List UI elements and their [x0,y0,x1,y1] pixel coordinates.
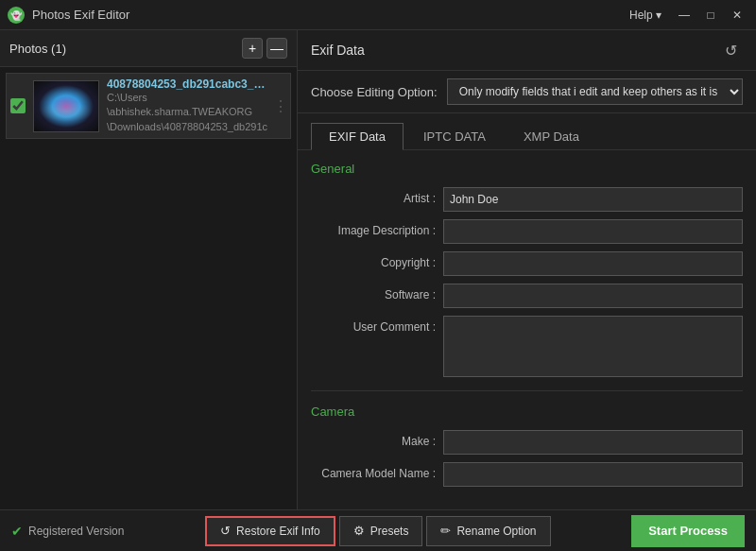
form-area: General Artist : Image Description : Cop… [298,150,756,509]
image-description-label: Image Description : [311,219,443,237]
presets-button[interactable]: ⚙ Presets [339,516,423,546]
drag-handle: ⋮ [275,77,286,134]
registered-text: Registered Version [28,525,124,538]
rename-btn-label: Rename Option [456,525,536,538]
image-description-row: Image Description : [311,219,743,244]
user-comment-label: User Comment : [311,316,443,334]
close-button[interactable]: ✕ [726,6,748,25]
tab-iptc-data[interactable]: IPTC DATA [405,123,504,149]
photo-list: 40878804253_db291cabc3_o.png C:\Users \a… [0,67,297,509]
tab-xmp-data[interactable]: XMP Data [506,123,597,149]
restore-exif-info-button[interactable]: ↺ Restore Exif Info [205,516,335,546]
photo-checkbox[interactable] [10,98,26,113]
app-icon: 👻 [8,7,25,24]
copyright-input[interactable] [443,251,743,276]
rename-option-button[interactable]: ✏ Rename Option [426,516,550,546]
svg-text:👻: 👻 [10,9,23,22]
photo-name: 40878804253_db291cabc3_o.png [107,77,267,91]
artist-input[interactable] [443,187,743,212]
photo-path: C:\Users \abhishek.sharma.TWEAKORG \Down… [107,91,267,134]
minimize-button[interactable]: — [673,6,696,25]
window-controls: — □ ✕ [673,6,748,25]
photo-info: 40878804253_db291cabc3_o.png C:\Users \a… [107,77,267,134]
copyright-row: Copyright : [311,251,743,276]
artist-label: Artist : [311,187,443,205]
tab-exif-data[interactable]: EXIF Data [311,123,404,150]
camera-model-input[interactable] [443,462,743,487]
bottom-bar: ✔ Registered Version ↺ Restore Exif Info… [0,509,756,551]
presets-btn-label: Presets [370,525,409,538]
start-process-button[interactable]: Start Process [631,515,745,547]
make-row: Make : [311,430,743,455]
remove-photo-button[interactable]: — [266,38,287,59]
left-panel-header: Photos (1) + — [0,30,297,67]
general-section-title: General [311,162,743,176]
software-label: Software : [311,284,443,301]
right-panel-title: Exif Data [311,43,365,58]
restore-icon: ↺ [220,524,231,538]
make-input[interactable] [443,430,743,455]
user-comment-row: User Comment : [311,316,743,377]
title-bar: 👻 Photos Exif Editor Help ▾ — □ ✕ [0,0,756,30]
image-description-input[interactable] [443,219,743,244]
registered-icon: ✔ [11,524,23,539]
help-menu[interactable]: Help ▾ [629,9,662,22]
software-input[interactable] [443,284,743,308]
refresh-button[interactable]: ↺ [718,38,743,62]
restore-btn-label: Restore Exif Info [236,525,320,538]
right-panel: Exif Data ↺ Choose Editing Option: Only … [298,30,756,509]
bottom-center: ↺ Restore Exif Info ⚙ Presets ✏ Rename O… [205,516,550,546]
left-panel: Photos (1) + — 40878804253_db291cabc3_o.… [0,30,298,509]
user-comment-textarea[interactable] [443,316,743,377]
title-bar-right: Help ▾ — □ ✕ [629,6,748,25]
camera-model-row: Camera Model Name : [311,462,743,487]
right-panel-header: Exif Data ↺ [298,30,756,71]
camera-section-title: Camera [311,405,743,419]
editing-option-row: Choose Editing Option: Only modify field… [298,71,756,113]
software-row: Software : [311,284,743,308]
camera-model-label: Camera Model Name : [311,462,443,480]
app-title: Photos Exif Editor [32,8,129,22]
section-divider [311,390,743,391]
bottom-left: ✔ Registered Version [11,524,124,539]
header-icons: + — [242,38,287,59]
tabs-row: EXIF Data IPTC DATA XMP Data [298,113,756,150]
add-photo-button[interactable]: + [242,38,263,59]
rename-icon: ✏ [440,524,451,538]
start-btn-label: Start Process [648,524,728,538]
artist-row: Artist : [311,187,743,212]
main-layout: Photos (1) + — 40878804253_db291cabc3_o.… [0,30,756,509]
editing-option-label: Choose Editing Option: [311,85,438,99]
left-panel-title: Photos (1) [9,42,66,56]
photo-thumbnail [33,80,99,132]
title-bar-left: 👻 Photos Exif Editor [8,7,129,24]
maximize-button[interactable]: □ [699,6,722,25]
presets-icon: ⚙ [353,524,365,538]
make-label: Make : [311,430,443,448]
copyright-label: Copyright : [311,251,443,269]
editing-option-select[interactable]: Only modify fields that i edit and keep … [447,78,743,105]
photo-item[interactable]: 40878804253_db291cabc3_o.png C:\Users \a… [6,73,291,139]
